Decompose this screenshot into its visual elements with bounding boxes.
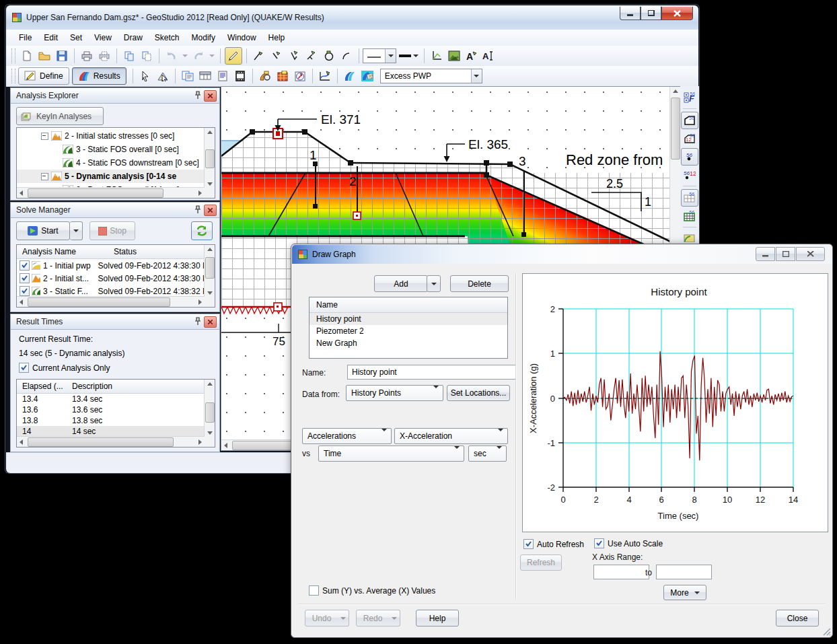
- open-folder-icon[interactable]: [36, 48, 52, 64]
- tree-vscrollbar[interactable]: [204, 128, 215, 198]
- name-input[interactable]: History point: [347, 365, 516, 380]
- start-button[interactable]: Start: [16, 221, 70, 240]
- analysis-tree[interactable]: 2 - Initial static stresses [0 sec] 3 - …: [16, 127, 215, 199]
- contour-parameter-select[interactable]: Excess PWP: [380, 69, 482, 83]
- delete-button[interactable]: Delete: [450, 275, 509, 292]
- graph-list-item-selected[interactable]: History point: [310, 313, 507, 325]
- draw-circle-icon[interactable]: [321, 48, 337, 64]
- history-point-icon[interactable]: 56: [681, 148, 698, 166]
- flow-paths-icon[interactable]: [342, 68, 358, 84]
- pin-icon[interactable]: [194, 91, 202, 100]
- chart-axes-icon[interactable]: [429, 48, 445, 64]
- menu-draw[interactable]: Draw: [118, 31, 149, 44]
- keyin-analyses-button[interactable]: KeyIn Analyses: [16, 107, 104, 125]
- more-button[interactable]: More: [663, 585, 706, 600]
- tree-item-dynamic-analysis[interactable]: 5 - Dynamic analysis [0-14 se: [17, 170, 215, 183]
- refresh-button[interactable]: Refresh: [520, 554, 562, 571]
- define-button[interactable]: Define: [18, 67, 69, 85]
- tree-item-initial-static[interactable]: 2 - Initial static stresses [0 sec]: [17, 129, 215, 143]
- print-preview-icon[interactable]: [96, 48, 112, 64]
- results-button[interactable]: Results: [72, 67, 126, 85]
- redo-dropdown[interactable]: [388, 610, 400, 627]
- draw-node-move-icon[interactable]: [303, 48, 320, 64]
- toolbar-grip[interactable]: [11, 48, 15, 63]
- parameter-group-select[interactable]: Accelerations: [302, 428, 392, 444]
- undo-button[interactable]: Undo: [305, 610, 338, 627]
- stop-button[interactable]: Stop: [89, 221, 135, 240]
- history-point-marker[interactable]: [353, 212, 361, 219]
- print-icon[interactable]: [79, 48, 95, 64]
- x-range-min-input[interactable]: [593, 565, 649, 579]
- line-style-select[interactable]: [363, 48, 396, 63]
- tree-item-static-fos-downstream[interactable]: 4 - Static FOS downstream [0 sec]: [17, 156, 215, 170]
- copy-drawing-icon[interactable]: [180, 68, 196, 84]
- panel-close-icon[interactable]: [204, 316, 217, 328]
- start-dropdown[interactable]: [70, 221, 83, 240]
- time-row-selected[interactable]: 1414 sec: [17, 426, 215, 437]
- draw-node-flag-icon[interactable]: [268, 48, 285, 64]
- undo-icon[interactable]: [163, 48, 180, 64]
- title-bar[interactable]: Upper San Fernando Dam.gsz* - GeoStudio …: [6, 5, 698, 30]
- minimize-button[interactable]: [620, 7, 641, 20]
- graph-list-item[interactable]: Piezometer 2: [310, 325, 507, 337]
- draw-node-icon[interactable]: [251, 48, 267, 64]
- times-vscrollbar[interactable]: [204, 380, 215, 447]
- new-file-icon[interactable]: [19, 48, 35, 64]
- save-icon[interactable]: [54, 48, 70, 64]
- tree-item-static-fos-overall[interactable]: 3 - Static FOS overall [0 sec]: [17, 143, 215, 156]
- boundary-point-marker[interactable]: [274, 303, 282, 311]
- copy-icon[interactable]: [121, 48, 137, 64]
- paste-icon[interactable]: [139, 48, 155, 64]
- add-button[interactable]: Add: [374, 275, 428, 292]
- draw-mesh-colors-icon[interactable]: [275, 68, 291, 84]
- contour-labels-icon[interactable]: 1256: [682, 131, 698, 147]
- auto-refresh-checkbox[interactable]: Auto Refresh: [523, 539, 584, 549]
- collapse-icon[interactable]: [41, 173, 48, 180]
- time-row[interactable]: 13.613.6 sec: [17, 404, 215, 415]
- undo-dropdown[interactable]: [337, 610, 349, 627]
- draw-vectors-icon[interactable]: [292, 68, 308, 84]
- vs-select[interactable]: Time: [318, 445, 464, 462]
- function-f-icon[interactable]: F56: [682, 90, 698, 106]
- image-region-icon[interactable]: [446, 48, 462, 64]
- menu-view[interactable]: View: [88, 31, 118, 44]
- solve-hscrollbar[interactable]: [17, 296, 205, 307]
- mesh-regions-icon[interactable]: 56: [681, 189, 698, 207]
- dialog-title-bar[interactable]: Draw Graph: [292, 245, 832, 264]
- times-hscrollbar[interactable]: [17, 436, 205, 447]
- table-grid-icon[interactable]: [197, 68, 213, 84]
- animation-film-icon[interactable]: [232, 68, 248, 84]
- draw-graph-icon[interactable]: [317, 68, 333, 84]
- menu-help[interactable]: Help: [262, 31, 291, 44]
- history-point-labels-icon[interactable]: 5612: [682, 167, 698, 183]
- panel-close-icon[interactable]: [204, 90, 217, 102]
- menu-set[interactable]: Set: [64, 31, 88, 44]
- refresh-solve-button[interactable]: [191, 221, 213, 240]
- unit-select[interactable]: sec: [468, 445, 507, 462]
- contour-values-icon[interactable]: 70: [359, 68, 375, 84]
- pin-icon[interactable]: [194, 317, 202, 326]
- help-button[interactable]: Help: [416, 610, 459, 627]
- menu-sketch[interactable]: Sketch: [149, 31, 186, 44]
- draw-contours-icon[interactable]: [257, 68, 273, 84]
- toolbar-grip2[interactable]: [11, 69, 15, 83]
- dialog-minimize-button[interactable]: [756, 247, 775, 261]
- solve-row[interactable]: 2 - Initial st... Solved 09-Feb-2012 4:3…: [17, 272, 215, 285]
- text-edit-icon[interactable]: A: [481, 48, 497, 64]
- times-table[interactable]: Elapsed (... Description 13.413.4 sec 13…: [16, 379, 215, 448]
- dialog-maximize-button[interactable]: [776, 247, 795, 261]
- time-row[interactable]: 13.813.8 sec: [17, 415, 215, 426]
- draw-arc-icon[interactable]: [338, 48, 355, 64]
- solve-table[interactable]: Analysis Name Status 1 - Initial pwp Sol…: [16, 244, 215, 308]
- use-auto-scale-checkbox[interactable]: Use Auto Scale: [594, 538, 663, 548]
- resize-grip[interactable]: [822, 627, 831, 636]
- mesh-grid-green-icon[interactable]: 56: [682, 208, 698, 224]
- sketch-paint-icon[interactable]: [225, 47, 242, 65]
- data-from-select[interactable]: History Points: [346, 385, 443, 401]
- solve-vscrollbar[interactable]: [204, 245, 215, 307]
- analysis-checkbox[interactable]: [20, 260, 30, 271]
- redo-icon[interactable]: [190, 48, 207, 64]
- graph-list[interactable]: Name History point Piezometer 2 New Grap…: [309, 297, 508, 359]
- maximize-button[interactable]: [641, 7, 661, 20]
- graph-list-item[interactable]: New Graph: [310, 337, 507, 349]
